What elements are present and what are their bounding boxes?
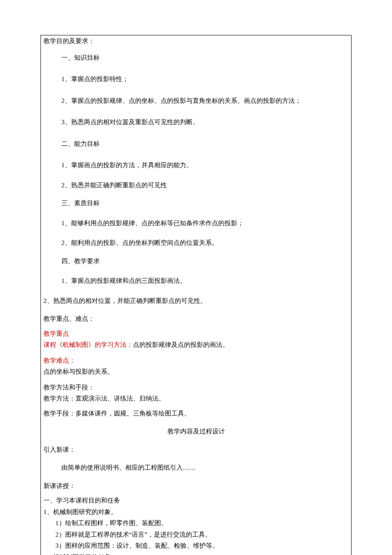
intro-line: 由简单的使用说明书、相应的工程图纸引入…… (41, 459, 351, 477)
method-line: 教学方法：直观演示法、讲练法、归纳法。 (41, 393, 351, 404)
s1: 一、学习本课程目的和任务 (41, 495, 351, 506)
content-frame: 教学目的及要求： 一、知识目标 1、掌握点的投影特性； 2、掌握点的投影规律、点… (40, 35, 352, 555)
focus-method-prefix: 课程《机械制图》的学习方法： (43, 341, 133, 348)
goal-ability: 二、能力目标 (41, 133, 351, 155)
method-heading: 教学方法和手段： (41, 378, 351, 393)
focus-label: 教学重点 (41, 328, 351, 340)
means-line: 教学手段：多媒体课件，圆规、三角板等绘图工具。 (41, 404, 351, 423)
gq2: 2、能利用点的投影、点的坐标判断空间点的位置关系。 (41, 234, 351, 252)
lecture-heading: 新课讲授： (41, 477, 351, 495)
s1-1b: 2）图样就是工程界的技术“语言”，是进行交流的工具。 (41, 529, 351, 540)
s1-1: 1、机械制图研究的对象。 (41, 506, 351, 518)
focus-method-text: 点的投影规律及点的投影的画法。 (133, 341, 229, 348)
heading-focus: 教学重点、难点： (41, 310, 351, 328)
s1-1a: 1）绘制工程图样，即零件图、装配图。 (41, 517, 351, 529)
s1-2: 2、机械制图学习的任务。 (41, 552, 351, 555)
gr1: 1、掌握点的投影规律和点的三面投影画法。 (41, 270, 351, 292)
page: 教学目的及要求： 一、知识目标 1、掌握点的投影特性； 2、掌握点的投影规律、点… (0, 0, 392, 555)
ga2: 2、熟悉并能正确判断重影点的可见性 (41, 176, 351, 195)
gk2: 2、掌握点的投影规律、点的坐标、点的投影与直角坐标的关系、画点的投影的方法； (41, 90, 351, 112)
s1-1c: 3）图样的应用范围：设计、制造、装配、检验、维护等。 (41, 540, 351, 552)
difficulty-text: 点的坐标与投影的关系。 (41, 366, 351, 378)
goal-knowledge: 一、知识目标 (41, 47, 351, 69)
goal-req: 四、教学要求 (41, 252, 351, 270)
process-heading: 教学内容及过程设计 (41, 422, 351, 441)
ga1: 1、掌握画点的投影的方法，并具相应的能力。 (41, 154, 351, 176)
heading-objectives: 教学目的及要求： (41, 35, 351, 47)
gq1: 1、能够利用点的投影规律、点的坐标等已知条件求作点的投影； (41, 212, 351, 234)
goal-quality: 三、素质目标 (41, 194, 351, 212)
gk1: 1、掌握点的投影特性； (41, 68, 351, 90)
intro-heading: 引入新课： (41, 441, 351, 459)
difficulty-label: 教学难点： (41, 351, 351, 366)
gk3: 3、熟悉两点的相对位置及重影点可见性的判断。 (41, 111, 351, 133)
focus-method: 课程《机械制图》的学习方法：点的投影规律及点的投影的画法。 (41, 339, 351, 351)
gr2: 2、熟悉两点的相对位置，并能正确判断重影点的可见性。 (41, 292, 351, 310)
